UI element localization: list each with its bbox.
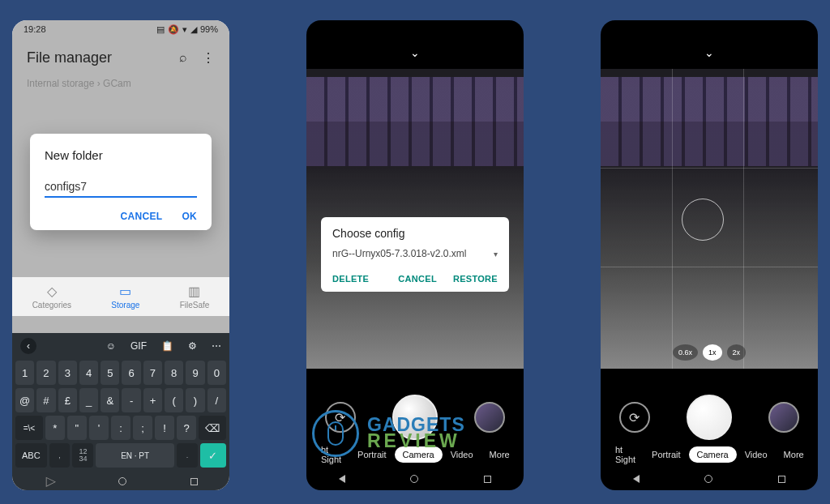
mode-nightsight[interactable]: ht Sight xyxy=(607,442,644,468)
chevron-down-icon[interactable]: ⌄ xyxy=(704,46,714,59)
nav-back-icon[interactable] xyxy=(633,475,640,483)
gallery-thumbnail[interactable] xyxy=(768,402,799,433)
key-enter[interactable]: ✓ xyxy=(200,443,226,468)
folder-name-input[interactable] xyxy=(45,177,197,198)
keyboard-row-4: ABC , 12 34 EN · PT . ✓ xyxy=(12,442,229,469)
kb-more-icon[interactable]: ⋯ xyxy=(212,340,221,352)
key-6[interactable]: 6 xyxy=(122,361,140,385)
mode-video[interactable]: Video xyxy=(443,446,481,463)
tab-categories[interactable]: ◇ Categories xyxy=(32,284,71,310)
soft-keyboard[interactable]: ‹ ☺ GIF 📋 ⚙ ⋯ 1234567890 @#£_&-+()/ =\< … xyxy=(12,333,229,472)
key-#[interactable]: # xyxy=(36,388,55,412)
mode-more[interactable]: More xyxy=(481,446,518,463)
android-navbar xyxy=(306,471,524,487)
key-/[interactable]: / xyxy=(208,388,226,412)
nav-home-icon[interactable] xyxy=(704,475,712,483)
key-2[interactable]: 2 xyxy=(36,361,55,385)
key-period[interactable]: . xyxy=(177,443,198,468)
mode-more[interactable]: More xyxy=(776,446,812,463)
shutter-button[interactable] xyxy=(392,395,438,440)
key-_[interactable]: _ xyxy=(79,388,98,412)
no-sim-icon: ▤ xyxy=(156,24,165,35)
flip-camera-button[interactable]: ⟳ xyxy=(325,402,356,433)
key-symbols-shift[interactable]: =\< xyxy=(15,416,43,440)
search-icon[interactable]: ⌕ xyxy=(179,50,187,66)
key-)[interactable]: ) xyxy=(186,388,204,412)
delete-button[interactable]: DELETE xyxy=(332,274,369,284)
key-+[interactable]: + xyxy=(143,388,162,412)
zoom-1x[interactable]: 1x xyxy=(703,344,722,361)
more-icon[interactable]: ⋮ xyxy=(202,50,215,66)
key-abc[interactable]: ABC xyxy=(15,443,47,468)
key-sub[interactable]: 12 34 xyxy=(72,443,93,468)
app-header: File manager ⌕ ⋮ xyxy=(12,38,229,75)
key-7[interactable]: 7 xyxy=(143,361,162,385)
nav-back-icon[interactable] xyxy=(339,475,345,483)
key-comma[interactable]: , xyxy=(49,443,71,468)
key-*[interactable]: * xyxy=(45,416,65,440)
kb-gif-button[interactable]: GIF xyxy=(130,340,147,352)
mode-video[interactable]: Video xyxy=(737,446,776,463)
ok-button[interactable]: OK xyxy=(182,211,197,222)
key-backspace[interactable]: ⌫ xyxy=(199,416,226,440)
breadcrumb-parent[interactable]: Internal storage xyxy=(27,78,94,89)
mode-camera[interactable]: Camera xyxy=(395,446,443,463)
phone-file-manager: 19:28 ▤ 🔕 ▾ ◢ 99% File manager ⌕ ⋮ Inter… xyxy=(12,20,229,490)
key-3[interactable]: 3 xyxy=(58,361,77,385)
new-folder-dialog: New folder CANCEL OK xyxy=(30,134,212,230)
key--[interactable]: - xyxy=(122,388,140,412)
key-5[interactable]: 5 xyxy=(101,361,119,385)
key-([interactable]: ( xyxy=(165,388,183,412)
key-@[interactable]: @ xyxy=(15,388,34,412)
mode-nightsight[interactable]: ht Sight xyxy=(313,442,349,468)
key-1[interactable]: 1 xyxy=(15,361,34,385)
key-"[interactable]: " xyxy=(67,416,87,440)
nav-home-icon[interactable] xyxy=(410,475,418,483)
dnd-icon: 🔕 xyxy=(168,24,179,35)
nav-home-icon[interactable] xyxy=(118,477,126,485)
flip-camera-button[interactable]: ⟳ xyxy=(619,402,650,433)
tab-filesafe[interactable]: ▥ FileSafe xyxy=(180,284,210,310)
nav-recent-icon[interactable] xyxy=(190,478,198,485)
chevron-down-icon[interactable]: ⌄ xyxy=(410,46,420,59)
key-:[interactable]: : xyxy=(111,416,130,440)
kb-sticker-icon[interactable]: ☺ xyxy=(106,340,116,352)
gallery-thumbnail[interactable] xyxy=(474,402,505,433)
key-![interactable]: ! xyxy=(155,416,174,440)
kb-settings-icon[interactable]: ⚙ xyxy=(188,340,197,352)
shutter-button[interactable] xyxy=(687,395,732,440)
mode-portrait[interactable]: Portrait xyxy=(349,446,394,463)
key-9[interactable]: 9 xyxy=(186,361,204,385)
key-8[interactable]: 8 xyxy=(165,361,183,385)
breadcrumb-current: GCam xyxy=(103,78,131,89)
key-£[interactable]: £ xyxy=(58,388,77,412)
key-0[interactable]: 0 xyxy=(208,361,226,385)
key-'[interactable]: ' xyxy=(89,416,109,440)
key-&[interactable]: & xyxy=(101,388,119,412)
zoom-2x[interactable]: 2x xyxy=(727,344,747,361)
nav-back-icon[interactable]: ▽ xyxy=(41,476,57,486)
mode-portrait[interactable]: Portrait xyxy=(644,446,688,463)
config-dropdown[interactable]: nrG--Urnyx05-7.3.018-v2.0.xml ▾ xyxy=(332,245,498,267)
app-title: File manager xyxy=(27,49,112,66)
nav-recent-icon[interactable] xyxy=(778,476,785,483)
cancel-button[interactable]: CANCEL xyxy=(121,211,163,222)
key-?[interactable]: ? xyxy=(177,416,196,440)
camera-viewfinder[interactable]: 0.6x 1x 2x xyxy=(601,69,818,369)
focus-indicator[interactable] xyxy=(682,199,724,241)
kb-collapse-icon[interactable]: ‹ xyxy=(20,338,36,354)
storage-icon: ▭ xyxy=(111,284,139,299)
key-;[interactable]: ; xyxy=(133,416,152,440)
tab-storage[interactable]: ▭ Storage xyxy=(111,284,139,310)
config-selected-value: nrG--Urnyx05-7.3.018-v2.0.xml xyxy=(332,248,466,259)
kb-clipboard-icon[interactable]: 📋 xyxy=(161,340,173,352)
key-space[interactable]: EN · PT xyxy=(96,443,174,468)
zoom-wide[interactable]: 0.6x xyxy=(673,344,698,361)
restore-button[interactable]: RESTORE xyxy=(453,274,498,284)
key-4[interactable]: 4 xyxy=(79,361,98,385)
phone-gcam-live: ⌄ 0.6x 1x 2x ⟳ ht Sight Portrait Camera … xyxy=(601,20,818,490)
breadcrumb[interactable]: Internal storage › GCam xyxy=(12,75,229,99)
nav-recent-icon[interactable] xyxy=(484,476,491,483)
config-cancel-button[interactable]: CANCEL xyxy=(398,274,437,284)
mode-camera[interactable]: Camera xyxy=(689,446,737,463)
